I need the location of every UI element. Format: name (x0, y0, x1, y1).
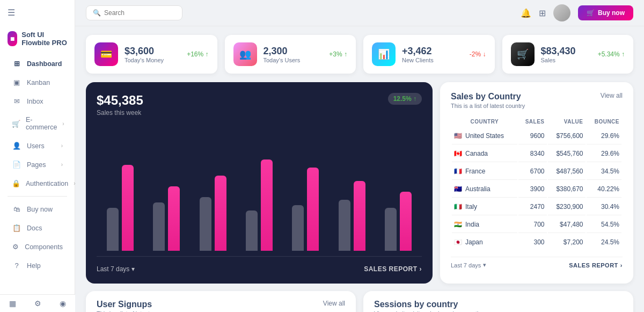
chevron-right-icon2: › (61, 143, 63, 149)
components-icon: ⚙ (12, 243, 19, 251)
search-box[interactable]: 🔍 (86, 5, 182, 20)
signups-view-all[interactable]: View all (323, 300, 345, 307)
stat-label-clients: New Clients (402, 57, 463, 63)
col-sales: SALES (518, 117, 547, 127)
toolbar-icon1[interactable]: ▦ (9, 299, 16, 308)
country-sales: 9600 (518, 128, 547, 144)
bar-gray (200, 197, 211, 251)
chart-section: $45,385 Sales this week 12.5% ↑ Last 7 d… (86, 82, 433, 284)
topbar-right: 🔔 ⊞ 🛒 Buy now (521, 4, 633, 21)
bar-pink (400, 192, 412, 251)
country-bounce: 29.6% (587, 128, 622, 144)
stat-change-clients: -2% ↓ (470, 50, 486, 58)
country-title-block: Sales by Country This is a list of lates… (451, 92, 525, 109)
country-period-label: Last 7 days (451, 262, 481, 269)
sidebar-item-docs[interactable]: 📋 Docs (4, 219, 70, 237)
list-item: 🇫🇷France 6700 $487,560 34.5% (452, 163, 621, 180)
chart-period[interactable]: Last 7 days ▾ (97, 265, 135, 273)
stat-card-money: 💳 $3,600 Today's Money +16% ↑ (86, 35, 217, 74)
country-value: $487,560 (548, 163, 586, 180)
sidebar-label-help: Help (27, 262, 63, 270)
sidebar-item-inbox[interactable]: ✉ Inbox (4, 92, 70, 110)
chart-report-btn[interactable]: SALES REPORT › (364, 265, 422, 273)
search-icon: 🔍 (93, 9, 101, 17)
country-bounce: 54.5% (587, 216, 622, 233)
country-name: 🇮🇳India (452, 216, 517, 233)
sidebar-label-kanban: Kanban (27, 79, 63, 86)
search-input[interactable] (104, 9, 175, 17)
sidebar-item-dashboard[interactable]: ⊞ Dashboard (4, 55, 70, 72)
grid-icon[interactable]: ⊞ (539, 8, 546, 18)
country-period[interactable]: Last 7 days ▾ (451, 262, 486, 269)
country-report-btn[interactable]: SALES REPORT › (569, 262, 623, 269)
sidebar-item-ecommerce[interactable]: 🛒 E-commerce › (4, 111, 70, 136)
bottom-toolbar: ▦ ⚙ ◉ (0, 294, 75, 312)
sidebar-label-auth: Authentication (26, 180, 68, 187)
country-value: $230,900 (548, 199, 586, 215)
user-avatar[interactable] (553, 4, 570, 21)
country-value: $380,670 (548, 181, 586, 198)
bar-gray (246, 211, 258, 251)
country-section: Sales by Country This is a list of lates… (440, 82, 633, 284)
bar-pink (261, 159, 273, 251)
dashboard-icon: ⊞ (12, 60, 21, 68)
country-bounce: 30.4% (587, 199, 622, 215)
stat-card-sales: 🛒 $83,430 Sales +5.34% ↑ (502, 35, 634, 74)
cart-icon: 🛒 (587, 9, 595, 17)
help-icon: ? (12, 262, 21, 270)
country-flag: 🇮🇹 (454, 203, 462, 211)
bar-gray (153, 202, 165, 251)
app-logo: ■ Soft UI Flowbite PRO (0, 25, 75, 54)
bottom-row: $45,385 Sales this week 12.5% ↑ Last 7 d… (86, 82, 633, 284)
stat-value-users: 2,300 (264, 46, 323, 57)
buynow-icon: 🛍 (12, 205, 21, 213)
hamburger-icon[interactable]: ☰ (0, 4, 75, 21)
sidebar-item-help[interactable]: ? Help (4, 257, 70, 274)
toolbar-icon3[interactable]: ◉ (60, 299, 66, 308)
users-stat-icon: 👥 (233, 42, 257, 66)
sidebar-divider (8, 196, 67, 197)
sidebar-item-users[interactable]: 👤 Users › (4, 137, 70, 155)
stat-change-users: +3% ↑ (329, 50, 347, 58)
bar-pink (168, 186, 180, 251)
list-item: 🇨🇦Canada 8340 $545,760 29.6% (452, 146, 621, 162)
sidebar-item-pages[interactable]: 📄 Pages › (4, 156, 70, 173)
stat-value-clients: +3,462 (402, 46, 463, 57)
bar-pink (215, 176, 226, 251)
chart-value: $45,385 (97, 93, 422, 108)
sidebar-item-buynow[interactable]: 🛍 Buy now (4, 200, 70, 218)
users-icon: 👤 (12, 142, 21, 150)
country-name: 🇫🇷France (452, 163, 517, 180)
bar-group (380, 192, 416, 251)
sidebar-item-auth[interactable]: 🔒 Authentication › (4, 175, 70, 192)
country-sales: 700 (518, 216, 547, 233)
bar-group (287, 168, 324, 251)
money-icon: 💳 (94, 42, 118, 66)
bar-pink (307, 168, 319, 251)
buy-now-label: Buy now (598, 9, 625, 17)
country-view-all[interactable]: View all (601, 92, 623, 99)
stat-value-sales: $83,430 (541, 46, 591, 57)
arrow-right-icon: › (420, 265, 422, 273)
kanban-icon: ▣ (12, 78, 21, 86)
chart-report-label: SALES REPORT (364, 265, 417, 273)
buy-now-button[interactable]: 🛒 Buy now (578, 5, 633, 20)
country-flag: 🇺🇸 (454, 132, 462, 140)
country-name: 🇺🇸United States (452, 128, 517, 144)
col-bounce: BOUNCE (587, 117, 622, 127)
toolbar-icon2[interactable]: ⚙ (34, 299, 41, 308)
country-flag: 🇨🇦 (454, 150, 462, 157)
bar-group (195, 176, 231, 251)
country-value: $545,760 (548, 146, 586, 162)
sidebar-item-kanban[interactable]: ▣ Kanban (4, 74, 70, 91)
country-name: 🇮🇹Italy (452, 199, 517, 215)
main-content: 🔍 🔔 ⊞ 🛒 Buy now 💳 $3,600 Today's Money +… (75, 0, 644, 312)
stat-info-sales: $83,430 Sales (541, 46, 591, 63)
notification-icon[interactable]: 🔔 (521, 8, 531, 18)
chart-label: Sales this week (97, 109, 422, 117)
list-item: 🇦🇺Australia 3900 $380,670 40.22% (452, 181, 621, 198)
country-value: $756,600 (548, 128, 586, 144)
country-subtitle: This is a list of latest country (451, 103, 525, 109)
stat-info-clients: +3,462 New Clients (402, 46, 463, 63)
sidebar-item-components[interactable]: ⚙ Components (4, 238, 70, 256)
